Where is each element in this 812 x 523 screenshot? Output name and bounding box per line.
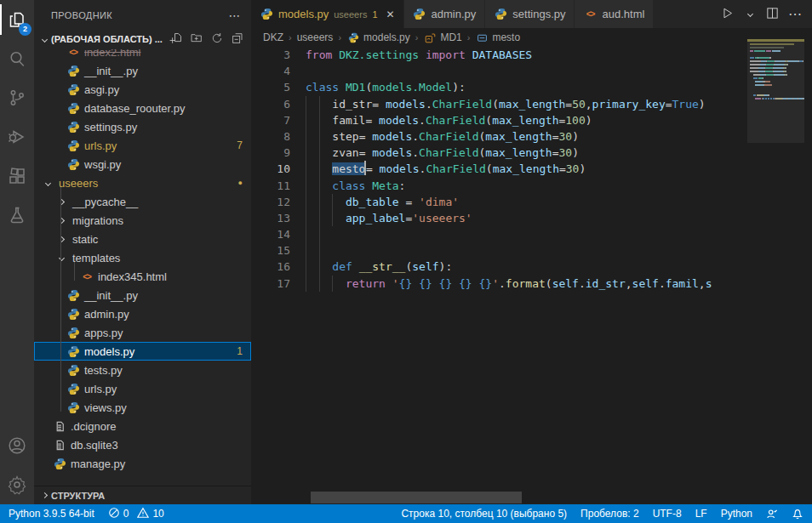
code-token: famil xyxy=(306,114,365,127)
code-token: import xyxy=(426,48,466,61)
code-line-10: 10 mesto= models.CharField(max_length=30… xyxy=(251,161,812,177)
tree-item-apps.py[interactable]: apps.py xyxy=(34,323,251,342)
tree-item-models.py[interactable]: models.py1 xyxy=(34,342,251,361)
class-symbol-icon xyxy=(423,31,437,44)
code-token: return xyxy=(346,277,386,290)
activity-account-icon[interactable] xyxy=(0,426,34,465)
views-more-icon[interactable]: ⋯ xyxy=(229,9,241,22)
breadcrumb-label: mesto xyxy=(492,31,520,43)
status-indentation[interactable]: Пробелов: 2 xyxy=(580,508,639,520)
tree-item-__init__.py[interactable]: __init__.py xyxy=(34,61,251,80)
tree-item-.dcignore[interactable]: .dcignore xyxy=(34,417,251,435)
status-problems[interactable]: 010 xyxy=(108,507,164,521)
activity-explorer-icon[interactable]: 2 xyxy=(0,0,34,39)
collapse-all-icon[interactable] xyxy=(231,31,244,47)
tree-item-templates[interactable]: templates xyxy=(34,248,251,267)
chevron-right-icon xyxy=(54,219,68,223)
tab-models.py[interactable]: models.pyuseeers1✕ xyxy=(251,0,404,28)
indent-guide xyxy=(319,128,320,145)
python-icon xyxy=(66,64,80,77)
status-feedback[interactable] xyxy=(766,508,778,520)
status-notifications[interactable] xyxy=(792,508,803,520)
tree-item-asgi.py[interactable]: asgi.py xyxy=(34,80,251,99)
tree-item-tests.py[interactable]: tests.py xyxy=(34,361,251,379)
new-file-icon[interactable] xyxy=(169,31,183,47)
outline-section-header[interactable]: СТРУКТУРА xyxy=(34,486,251,504)
breadcrumb-item-MD1[interactable]: MD1 xyxy=(423,31,461,44)
refresh-icon[interactable] xyxy=(210,31,224,47)
code-token: id_str xyxy=(306,98,372,111)
horizontal-scrollbar[interactable] xyxy=(311,492,522,503)
tree-item-settings.py[interactable]: settings.py xyxy=(34,117,251,136)
code-token xyxy=(466,48,472,61)
tree-item-database_roouter.py[interactable]: database_roouter.py xyxy=(34,99,251,117)
code-token xyxy=(306,212,346,225)
code-token: models xyxy=(386,98,426,111)
chevron-down-icon[interactable] xyxy=(743,12,757,16)
tree-item-label: templates xyxy=(72,252,120,264)
more-actions-icon[interactable]: ⋯ xyxy=(788,6,802,22)
status-language-mode[interactable]: Python xyxy=(721,508,752,520)
line-number: 4 xyxy=(251,63,290,79)
status-eol[interactable]: LF xyxy=(695,508,707,520)
tree-item-useeers[interactable]: useeers● xyxy=(34,173,251,192)
indent-guide xyxy=(319,276,320,292)
workspace-section-header[interactable]: (РАБОЧАЯ ОБЛАСТЬ) ... xyxy=(34,30,251,48)
activity-source-control-icon[interactable] xyxy=(0,78,34,117)
breadcrumb-item-useeers[interactable]: useeers xyxy=(297,31,334,43)
breadcrumb-label: DKZ xyxy=(263,31,283,43)
activity-extensions-icon[interactable] xyxy=(0,156,34,196)
tree-item-db.sqlite3[interactable]: db.sqlite3 xyxy=(34,435,251,454)
new-folder-icon[interactable] xyxy=(190,31,203,47)
status-python-version[interactable]: Python 3.9.5 64-bit xyxy=(9,508,94,520)
tab-aud.html[interactable]: <>aud.html xyxy=(575,0,654,28)
tree-item-__pycache__[interactable]: __pycache__ xyxy=(34,192,251,211)
tree-item-__init__.py[interactable]: __init__.py xyxy=(34,286,251,304)
code-token: . xyxy=(659,277,666,290)
breadcrumb-item-DKZ[interactable]: DKZ xyxy=(263,31,283,43)
minimap[interactable] xyxy=(747,39,804,260)
indent-guide xyxy=(332,276,333,292)
tree-item-index2.html[interactable]: <>index2.html xyxy=(34,49,251,61)
status-cursor-position[interactable]: Строка 10, столбец 10 (выбрано 5) xyxy=(401,508,567,520)
tree-item-label: views.py xyxy=(84,401,127,414)
tree-item-urls.py[interactable]: urls.py7 xyxy=(34,136,251,155)
activity-settings-icon[interactable] xyxy=(0,465,34,504)
tab-settings.py[interactable]: settings.py xyxy=(485,0,575,28)
breadcrumb-separator: › xyxy=(289,32,292,43)
breadcrumb-item-models.py[interactable]: models.py xyxy=(346,31,410,44)
tree-item-migrations[interactable]: migrations xyxy=(34,211,251,230)
tree-item-wsgi.py[interactable]: wsgi.py xyxy=(34,155,251,173)
indent-guide xyxy=(319,145,320,161)
code-token: , xyxy=(586,98,592,111)
tree-item-manage.py[interactable]: manage.py xyxy=(34,454,251,473)
indent-guide xyxy=(306,259,306,275)
code-token xyxy=(306,277,346,290)
tree-item-index345.html[interactable]: <>index345.html xyxy=(34,267,251,286)
activity-testing-icon[interactable] xyxy=(0,196,34,235)
python-icon xyxy=(346,31,360,44)
activity-run-debug-icon[interactable] xyxy=(0,117,34,156)
indent-guide xyxy=(74,262,75,281)
indent-guide xyxy=(306,161,306,177)
tree-item-urls.py[interactable]: urls.py xyxy=(34,379,251,398)
line-number: 12 xyxy=(251,194,290,210)
code-token: self xyxy=(632,277,659,290)
minimap-slider[interactable] xyxy=(747,39,804,143)
tree-item-label: migrations xyxy=(72,214,123,227)
tree-item-views.py[interactable]: views.py xyxy=(34,398,251,417)
breadcrumb-item-mesto[interactable]: mesto xyxy=(475,31,520,44)
tree-item-static[interactable]: static xyxy=(34,230,251,248)
code-line-14: 14 xyxy=(251,226,812,242)
run-python-file-icon[interactable] xyxy=(720,6,735,23)
status-encoding[interactable]: UTF-8 xyxy=(653,508,682,520)
split-editor-icon[interactable] xyxy=(765,6,780,23)
code-token: self xyxy=(412,260,438,273)
tab-admin.py[interactable]: admin.py xyxy=(404,0,486,28)
tree-item-admin.py[interactable]: admin.py xyxy=(34,304,251,323)
activity-search-icon[interactable] xyxy=(0,39,34,78)
close-icon[interactable]: ✕ xyxy=(386,9,395,20)
code-editor[interactable]: 3from DKZ.settings import DATABASES4 5cl… xyxy=(251,47,812,504)
indent-guide xyxy=(306,242,306,259)
tree-item-label: database_roouter.py xyxy=(84,102,186,115)
